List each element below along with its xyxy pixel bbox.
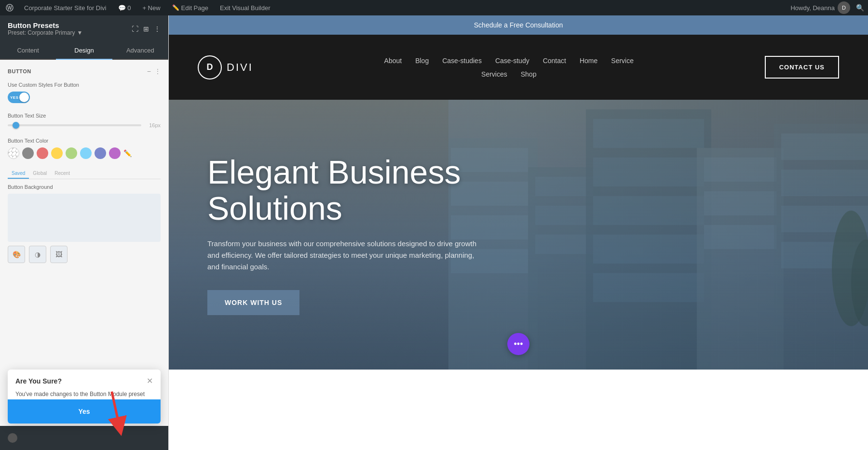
preset-tabs: Saved Global Recent [8, 169, 161, 179]
color-swatch-lightblue[interactable] [80, 147, 92, 159]
field-button-text-color: Button Text Color ✏️ [8, 138, 161, 159]
color-swatch-gray[interactable] [22, 147, 34, 159]
nav-links: About Blog Case-studies Case-study Conta… [384, 57, 634, 78]
avatar: D [838, 1, 850, 14]
nav-shop[interactable]: Shop [521, 70, 537, 78]
bg-preview [8, 194, 161, 242]
panel-header-icons: ⛶ ⊞ ⋮ [132, 25, 161, 33]
logo-text: DIVI [227, 61, 253, 74]
tab-content[interactable]: Content [0, 42, 56, 60]
nav-home[interactable]: Home [580, 57, 597, 65]
exit-vb-button[interactable]: Exit Visual Builder [217, 0, 273, 15]
svg-rect-11 [535, 206, 593, 225]
svg-rect-12 [535, 235, 593, 254]
confirm-close-button[interactable]: ✕ [147, 377, 153, 385]
svg-rect-17 [593, 235, 704, 264]
confirm-title: Are You Sure? [15, 377, 62, 385]
bg-options: 🎨 ◑ 🖼 [8, 246, 161, 263]
section-collapse-icon[interactable]: − [147, 67, 151, 75]
nav-service[interactable]: Service [611, 57, 634, 65]
wp-logo-icon[interactable]: W [4, 2, 15, 13]
panel-title: Button Presets [8, 21, 82, 29]
svg-rect-15 [593, 158, 704, 186]
bg-option-gradient[interactable]: ◑ [29, 246, 46, 263]
new-button[interactable]: + New [139, 0, 163, 15]
bottom-dot [8, 433, 17, 443]
nav-row-2: Services Shop [481, 70, 536, 78]
confirm-dialog: Are You Sure? ✕ You've made changes to t… [8, 370, 161, 424]
nav-about[interactable]: About [384, 57, 402, 65]
field-button-text-size: Button Text Size 16px [8, 113, 161, 128]
field-use-custom-styles: Use Custom Styles For Button YES [8, 82, 161, 103]
nav-case-study[interactable]: Case-study [495, 57, 529, 65]
label-button-bg: Button Background [8, 184, 161, 190]
color-swatch-yellow[interactable] [51, 147, 63, 159]
site-topbar: Schedule a Free Consultation [169, 15, 868, 35]
floating-action-button[interactable]: ••• [507, 333, 529, 355]
preset-tab-global[interactable]: Global [29, 169, 51, 179]
fullscreen-icon[interactable]: ⛶ [132, 25, 138, 33]
color-swatch-purple[interactable] [109, 147, 121, 159]
color-swatch-lime[interactable] [66, 147, 77, 159]
label-button-text-size: Button Text Size [8, 113, 161, 119]
label-button-text-color: Button Text Color [8, 138, 161, 144]
svg-rect-14 [593, 119, 704, 148]
svg-rect-20 [704, 158, 776, 182]
color-swatches: ✏️ [8, 147, 161, 159]
site-preview: Schedule a Free Consultation D DIVI Abou… [169, 15, 868, 450]
contact-us-button[interactable]: CONTACT US [765, 56, 839, 79]
wp-admin-bar: W Corporate Starter Site for Divi 💬 0 + … [0, 0, 868, 15]
site-name-link[interactable]: Corporate Starter Site for Divi [21, 0, 109, 15]
nav-contact[interactable]: Contact [543, 57, 566, 65]
color-swatch-transparent[interactable] [8, 147, 19, 159]
bg-option-image[interactable]: 🖼 [50, 246, 68, 263]
custom-styles-toggle[interactable]: YES [8, 92, 30, 103]
tab-advanced[interactable]: Advanced [112, 42, 168, 60]
section-title: Button [8, 68, 31, 74]
tab-design[interactable]: Design [56, 42, 112, 60]
bg-option-color[interactable]: 🎨 [8, 246, 25, 263]
text-size-slider[interactable] [8, 124, 141, 126]
nav-row-1: About Blog Case-studies Case-study Conta… [384, 57, 634, 65]
field-button-background: Button Background 🎨 ◑ 🖼 [8, 184, 161, 263]
svg-rect-10 [535, 177, 593, 196]
hero-content: Elegant Business Solutions Transform you… [207, 154, 521, 315]
svg-line-3 [98, 392, 133, 427]
hero-cta-button[interactable]: WORK WITH US [207, 290, 299, 315]
comments-link[interactable]: 💬 0 [115, 0, 134, 15]
left-panel: Button Presets Preset: Corporate Primary… [0, 15, 169, 450]
more-icon[interactable]: ⋮ [154, 25, 161, 33]
site-logo[interactable]: D DIVI [198, 55, 253, 79]
edit-page-button[interactable]: ✏️ Edit Page [169, 0, 211, 15]
panel-header: Button Presets Preset: Corporate Primary… [0, 15, 168, 42]
topbar-text: Schedule a Free Consultation [474, 21, 563, 29]
nav-case-studies[interactable]: Case-studies [442, 57, 482, 65]
field-label-custom-styles: Use Custom Styles For Button [8, 82, 161, 88]
color-picker-icon[interactable]: ✏️ [123, 149, 132, 157]
svg-rect-25 [781, 170, 868, 196]
svg-rect-24 [781, 133, 868, 160]
svg-rect-22 [704, 225, 776, 249]
site-nav: D DIVI About Blog Case-studies Case-stud… [169, 35, 868, 100]
preset-tab-saved[interactable]: Saved [8, 169, 29, 179]
user-menu[interactable]: Howdy, Deanna D [790, 1, 850, 14]
panel-bottom-bar [0, 426, 168, 450]
svg-rect-21 [704, 191, 776, 215]
preview-area: Schedule a Free Consultation D DIVI Abou… [169, 15, 868, 450]
color-swatch-pink[interactable] [37, 147, 48, 159]
panel-preset-label[interactable]: Preset: Corporate Primary ▼ [8, 29, 82, 36]
hero-subtitle: Transform your business with our compreh… [207, 238, 487, 273]
nav-blog[interactable]: Blog [415, 57, 429, 65]
color-swatch-indigo[interactable] [95, 147, 106, 159]
svg-rect-18 [593, 273, 704, 302]
hero-title: Elegant Business Solutions [207, 154, 521, 226]
nav-services[interactable]: Services [481, 70, 507, 78]
preset-tab-recent[interactable]: Recent [51, 169, 74, 179]
columns-icon[interactable]: ⊞ [143, 25, 149, 33]
section-more-icon[interactable]: ⋮ [155, 68, 161, 75]
admin-search-icon[interactable]: 🔍 [856, 4, 864, 12]
text-size-value: 16px [146, 122, 161, 128]
logo-circle: D [198, 55, 222, 79]
panel-tabs: Content Design Advanced [0, 42, 168, 60]
svg-rect-16 [593, 196, 704, 225]
